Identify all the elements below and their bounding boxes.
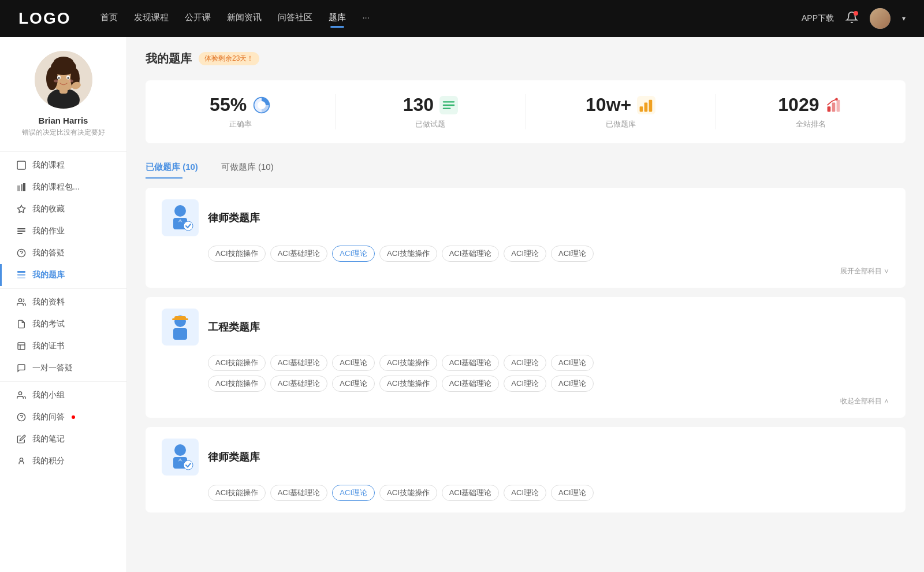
svg-point-32 xyxy=(18,392,21,395)
qa-notification-dot xyxy=(72,415,75,419)
notification-bell[interactable] xyxy=(845,11,858,26)
questionbank-label: 我的题库 xyxy=(32,270,65,280)
app-download-button[interactable]: APP下载 xyxy=(802,13,834,24)
svg-rect-25 xyxy=(17,271,25,273)
tag-eng-3[interactable]: ACI技能操作 xyxy=(379,355,437,371)
sidebar-item-questionbank[interactable]: 我的题库 xyxy=(0,264,126,286)
sidebar-item-notes[interactable]: 我的笔记 xyxy=(0,428,126,450)
tag-lawyer2-6[interactable]: ACI理论 xyxy=(551,485,594,501)
tag-lawyer2-0[interactable]: ACI技能操作 xyxy=(208,485,266,501)
tag-eng-8[interactable]: ACI基础理论 xyxy=(270,376,328,392)
tag-eng-4[interactable]: ACI基础理论 xyxy=(442,355,500,371)
svg-rect-16 xyxy=(17,185,20,191)
tab-done-banks[interactable]: 已做题库 (10) xyxy=(146,157,207,179)
tag-lawyer1-1[interactable]: ACI基础理论 xyxy=(270,246,328,262)
nav-questionbank[interactable]: 题库 xyxy=(329,12,346,25)
svg-rect-26 xyxy=(17,274,25,276)
svg-rect-45 xyxy=(828,106,831,112)
lawyer-icon-2 xyxy=(162,439,199,476)
stat-done-banks-number: 10w+ xyxy=(586,94,631,116)
svg-rect-43 xyxy=(644,102,648,112)
certificates-icon xyxy=(16,341,27,351)
tags-engineer-row1: ACI技能操作 ACI基础理论 ACI理论 ACI技能操作 ACI基础理论 AC… xyxy=(162,355,889,371)
tag-lawyer2-2[interactable]: ACI理论 xyxy=(332,485,375,501)
svg-rect-40 xyxy=(443,107,451,109)
tag-eng-7[interactable]: ACI技能操作 xyxy=(208,376,266,392)
sidebar-item-certificates[interactable]: 我的证书 xyxy=(0,335,126,357)
sidebar-item-homework[interactable]: 我的作业 xyxy=(0,220,126,242)
nav-qa[interactable]: 问答社区 xyxy=(278,12,312,25)
sidebar-item-groups[interactable]: 我的小组 xyxy=(0,384,126,406)
sidebar-item-qa[interactable]: 我的答疑 xyxy=(0,242,126,264)
profile-icon xyxy=(16,297,27,307)
svg-point-52 xyxy=(184,221,193,231)
avatar-dropdown-chevron[interactable]: ▾ xyxy=(902,14,906,23)
questionbank-icon xyxy=(16,270,27,280)
tag-lawyer2-1[interactable]: ACI基础理论 xyxy=(270,485,328,501)
engineer-icon xyxy=(162,309,199,346)
bank-card-lawyer-2: 律师类题库 ACI技能操作 ACI基础理论 ACI理论 ACI技能操作 ACI基… xyxy=(146,427,906,512)
tag-eng-1[interactable]: ACI基础理论 xyxy=(270,355,328,371)
divider-3 xyxy=(0,381,126,382)
stat-done-questions-label: 已做试题 xyxy=(345,119,516,129)
avatar[interactable] xyxy=(870,8,891,29)
svg-rect-55 xyxy=(172,318,188,320)
myqa-label: 我的问答 xyxy=(32,412,65,422)
tag-lawyer1-5[interactable]: ACI理论 xyxy=(504,246,546,262)
bank-title-lawyer-1: 律师类题库 xyxy=(208,211,260,225)
stat-done-banks: 10w+ 已做题库 xyxy=(526,94,716,129)
tag-lawyer1-3[interactable]: ACI技能操作 xyxy=(379,246,437,262)
nav-opencourse[interactable]: 公开课 xyxy=(185,12,211,25)
nav-discover[interactable]: 发现课程 xyxy=(134,12,169,25)
tag-lawyer1-2[interactable]: ACI理论 xyxy=(332,246,375,262)
tag-lawyer1-6[interactable]: ACI理论 xyxy=(551,246,594,262)
sidebar-item-profile[interactable]: 我的资料 xyxy=(0,291,126,313)
tag-eng-11[interactable]: ACI基础理论 xyxy=(442,376,500,392)
stats-row: 55% 正确率 130 xyxy=(146,80,906,143)
nav-news[interactable]: 新闻资讯 xyxy=(227,12,262,25)
accuracy-pie-icon xyxy=(252,96,271,114)
sidebar-item-oneonone[interactable]: 一对一答疑 xyxy=(0,357,126,379)
myqa-icon xyxy=(16,412,27,422)
tags-engineer-row2: ACI技能操作 ACI基础理论 ACI理论 ACI技能操作 ACI基础理论 AC… xyxy=(162,376,889,392)
stat-accuracy-top: 55% xyxy=(155,94,326,116)
divider-2 xyxy=(0,288,126,289)
tabs-row: 已做题库 (10) 可做题库 (10) xyxy=(146,157,906,179)
tag-lawyer2-5[interactable]: ACI理论 xyxy=(504,485,546,501)
sidebar-username: Brian Harris xyxy=(39,116,88,125)
tag-eng-12[interactable]: ACI理论 xyxy=(504,376,546,392)
exams-icon xyxy=(16,319,27,329)
tag-eng-2[interactable]: ACI理论 xyxy=(332,355,375,371)
tag-eng-6[interactable]: ACI理论 xyxy=(551,355,594,371)
sidebar-item-exams[interactable]: 我的考试 xyxy=(0,313,126,335)
sidebar-item-points[interactable]: 我的积分 xyxy=(0,450,126,472)
nav-more[interactable]: ··· xyxy=(362,12,370,25)
svg-rect-22 xyxy=(17,233,23,234)
svg-rect-18 xyxy=(23,183,25,191)
tag-lawyer1-0[interactable]: ACI技能操作 xyxy=(208,246,266,262)
favorites-icon xyxy=(16,204,27,214)
done-banks-icon xyxy=(637,96,655,114)
tag-lawyer1-4[interactable]: ACI基础理论 xyxy=(442,246,500,262)
expand-link-engineer[interactable]: 收起全部科目 ∧ xyxy=(162,396,889,406)
tag-eng-0[interactable]: ACI技能操作 xyxy=(208,355,266,371)
tag-lawyer2-4[interactable]: ACI基础理论 xyxy=(442,485,500,501)
sidebar-item-courses[interactable]: 我的课程 xyxy=(0,154,126,176)
stat-accuracy-number: 55% xyxy=(210,94,247,116)
profile-label: 我的资料 xyxy=(32,297,65,307)
page-layout: Brian Harris 错误的决定比没有决定要好 我的课程 我的课程包... xyxy=(0,37,924,572)
sidebar-item-course-pack[interactable]: 我的课程包... xyxy=(0,176,126,198)
tag-lawyer2-3[interactable]: ACI技能操作 xyxy=(379,485,437,501)
sidebar-item-myqa[interactable]: 我的问答 xyxy=(0,406,126,428)
expand-link-lawyer-1[interactable]: 展开全部科目 ∨ xyxy=(162,266,889,276)
tag-eng-9[interactable]: ACI理论 xyxy=(332,376,375,392)
nav-home[interactable]: 首页 xyxy=(100,12,118,25)
logo[interactable]: LOGO xyxy=(18,9,70,28)
page-header: 我的题库 体验剩余23天！ xyxy=(146,51,906,66)
tag-eng-5[interactable]: ACI理论 xyxy=(504,355,546,371)
tag-eng-10[interactable]: ACI技能操作 xyxy=(379,376,437,392)
tab-available-banks[interactable]: 可做题库 (10) xyxy=(221,157,283,179)
courses-icon xyxy=(16,160,27,170)
sidebar-item-favorites[interactable]: 我的收藏 xyxy=(0,198,126,220)
tag-eng-13[interactable]: ACI理论 xyxy=(551,376,594,392)
